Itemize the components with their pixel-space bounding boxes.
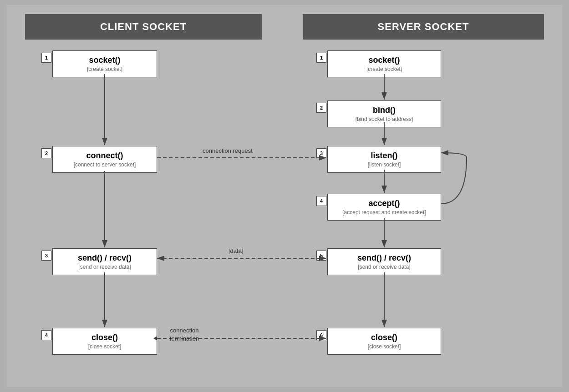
server-listen-box: listen() [listen socket] [327,146,441,173]
client-connect-func: connect() [60,151,149,161]
server-step1-badge: 1 [316,53,326,63]
client-header: CLIENT SOCKET [25,14,262,40]
client-connect-box: connect() [connect to server socket] [52,146,157,173]
server-bind-func: bind() [335,106,433,115]
client-step3-badge: 3 [41,251,51,261]
server-step2-badge: 2 [316,103,326,113]
server-step5-badge: 5 [316,251,326,261]
client-socket-func: socket() [60,55,149,65]
client-step4-badge: 4 [41,330,51,340]
client-connect-desc: [connect to server socket] [60,161,149,168]
client-sendrecv-box: send() / recv() [send or receive data] [52,248,157,275]
server-header: SERVER SOCKET [303,14,544,40]
server-socket-box: socket() [create socket] [327,50,441,77]
client-sendrecv-desc: [send or receive data] [60,264,149,270]
server-step3-badge: 3 [316,148,326,158]
server-sendrecv-func: send() / recv() [335,253,433,263]
client-close-box: close() [close socket] [52,328,157,355]
server-accept-desc: [accept request and create socket] [335,209,433,216]
client-socket-box: socket() [create socket] [52,50,157,77]
client-close-desc: [close socket] [60,343,149,350]
client-sendrecv-func: send() / recv() [60,253,149,263]
server-sendrecv-box: send() / recv() [send or receive data] [327,248,441,275]
data-label: [data] [229,247,244,254]
server-bind-box: bind() [bind socket to address] [327,101,441,127]
server-step4-badge: 4 [316,196,326,206]
server-step6-badge: 6 [316,330,326,340]
client-socket-desc: [create socket] [60,66,149,72]
server-close-box: close() [close socket] [327,328,441,355]
client-step2-badge: 2 [41,148,51,158]
server-socket-func: socket() [335,55,433,65]
client-step1-badge: 1 [41,53,51,63]
server-accept-box: accept() [accept request and create sock… [327,194,441,221]
server-sendrecv-desc: [send or receive data] [335,264,433,270]
server-close-func: close() [335,333,433,342]
server-socket-desc: [create socket] [335,66,433,72]
server-close-desc: [close socket] [335,343,433,350]
diagram-container: CLIENT SOCKET SERVER SOCKET 1 socket() [… [7,5,562,387]
client-close-func: close() [60,333,149,342]
server-bind-desc: [bind socket to address] [335,116,433,122]
connection-termination-label: connection [170,327,199,334]
server-accept-func: accept() [335,199,433,208]
accept-listen-loop [441,153,467,204]
server-listen-desc: [listen socket] [335,161,433,168]
connection-request-label: connection request [203,147,253,154]
server-listen-func: listen() [335,151,433,161]
connection-termination-label2: termination [170,335,199,342]
